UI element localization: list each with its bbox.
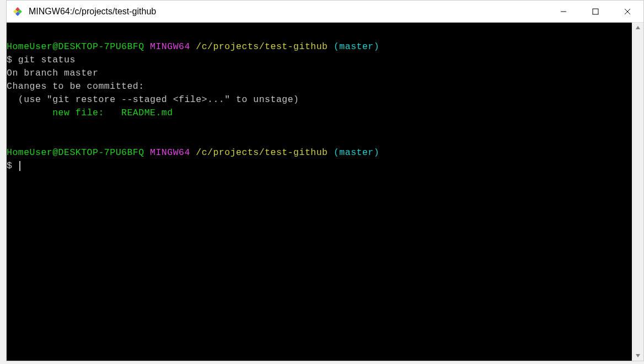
command-line[interactable]: $ — [7, 159, 632, 173]
output-line: (use "git restore --staged <file>..." to… — [7, 93, 632, 106]
prompt-path: /c/projects/test-github — [196, 147, 328, 158]
prompt-line: HomeUser@DESKTOP-7PU6BFQ MINGW64 /c/proj… — [7, 146, 632, 159]
prompt-line: HomeUser@DESKTOP-7PU6BFQ MINGW64 /c/proj… — [7, 40, 632, 53]
terminal-content[interactable]: HomeUser@DESKTOP-7PU6BFQ MINGW64 /c/proj… — [7, 23, 632, 361]
vertical-scrollbar[interactable] — [632, 23, 643, 361]
app-icon — [12, 6, 23, 17]
close-button[interactable] — [611, 1, 643, 22]
maximize-button[interactable] — [579, 1, 611, 22]
indent — [7, 108, 52, 118]
prompt-symbol: $ — [7, 160, 18, 171]
staged-file: new file: README.md — [52, 108, 173, 118]
terminal-window: MINGW64:/c/projects/test-github HomeUser… — [6, 0, 644, 361]
svg-rect-5 — [593, 9, 598, 14]
cursor-icon — [19, 161, 20, 171]
prompt-path: /c/projects/test-github — [196, 41, 328, 52]
prompt-user: HomeUser@DESKTOP-7PU6BFQ — [7, 41, 144, 52]
output-line: new file: README.md — [7, 106, 632, 120]
titlebar[interactable]: MINGW64:/c/projects/test-github — [7, 1, 643, 23]
command-line: $ git status — [7, 53, 632, 67]
svg-marker-9 — [636, 354, 640, 357]
scroll-down-icon[interactable] — [635, 352, 641, 359]
scroll-up-icon[interactable] — [635, 24, 641, 31]
blank-line — [7, 133, 632, 146]
minimize-button[interactable] — [548, 1, 579, 22]
command-text: git status — [18, 55, 76, 65]
blank-line — [7, 120, 632, 133]
terminal-area: HomeUser@DESKTOP-7PU6BFQ MINGW64 /c/proj… — [7, 23, 643, 361]
prompt-env: MINGW64 — [150, 41, 190, 52]
output-line: On branch master — [7, 67, 632, 80]
window-title: MINGW64:/c/projects/test-github — [29, 7, 548, 17]
prompt-branch: (master) — [334, 41, 379, 52]
prompt-env: MINGW64 — [150, 147, 190, 158]
blank-line — [7, 27, 632, 40]
prompt-user: HomeUser@DESKTOP-7PU6BFQ — [7, 147, 144, 158]
output-line: Changes to be committed: — [7, 80, 632, 93]
prompt-symbol: $ — [7, 55, 18, 65]
prompt-branch: (master) — [334, 147, 379, 158]
window-controls — [548, 1, 643, 22]
svg-marker-8 — [636, 26, 640, 29]
